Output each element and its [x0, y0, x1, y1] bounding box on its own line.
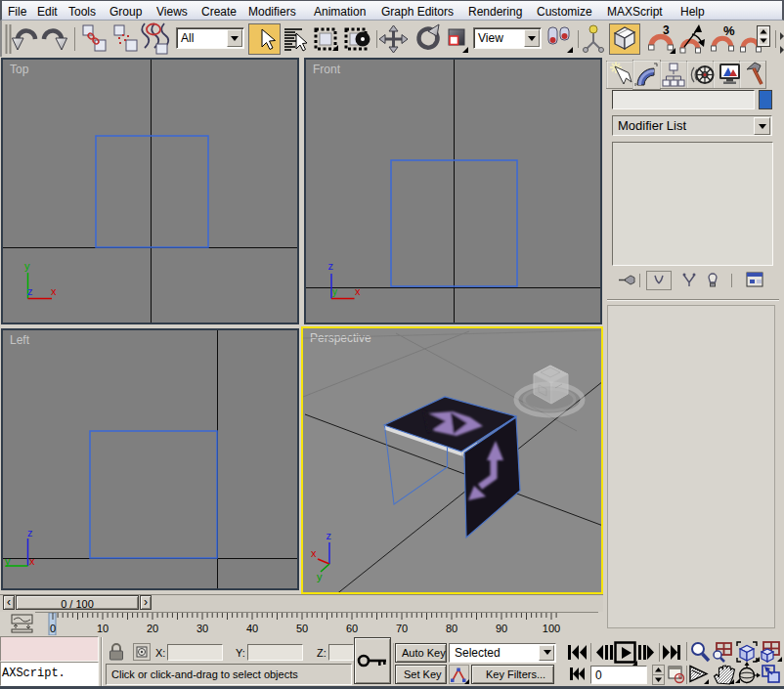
- svg-text:60: 60: [346, 623, 358, 634]
- svg-text:100: 100: [543, 623, 560, 634]
- svg-text:%: %: [723, 23, 735, 38]
- svg-text:80: 80: [446, 623, 457, 634]
- svg-text:x: x: [51, 285, 57, 297]
- svg-text:y: y: [317, 571, 323, 582]
- svg-text:x: x: [355, 285, 361, 297]
- svg-text:z: z: [27, 285, 33, 297]
- svg-text:y: y: [24, 260, 30, 272]
- svg-text:10: 10: [97, 623, 109, 634]
- svg-text:0: 0: [50, 623, 56, 634]
- svg-text:70: 70: [396, 623, 408, 634]
- svg-text:z: z: [27, 527, 33, 538]
- svg-text:20: 20: [147, 623, 158, 634]
- svg-text:z: z: [327, 530, 332, 541]
- svg-text:x: x: [311, 547, 317, 559]
- svg-text:40: 40: [246, 623, 258, 634]
- svg-text:y: y: [5, 555, 11, 567]
- svg-text:x: x: [29, 555, 35, 567]
- svg-text:z: z: [328, 260, 334, 272]
- svg-text:3: 3: [663, 23, 670, 37]
- svg-text:90: 90: [496, 623, 507, 634]
- svg-text:30: 30: [196, 623, 208, 634]
- svg-text:y: y: [332, 286, 337, 297]
- svg-text:50: 50: [296, 623, 308, 634]
